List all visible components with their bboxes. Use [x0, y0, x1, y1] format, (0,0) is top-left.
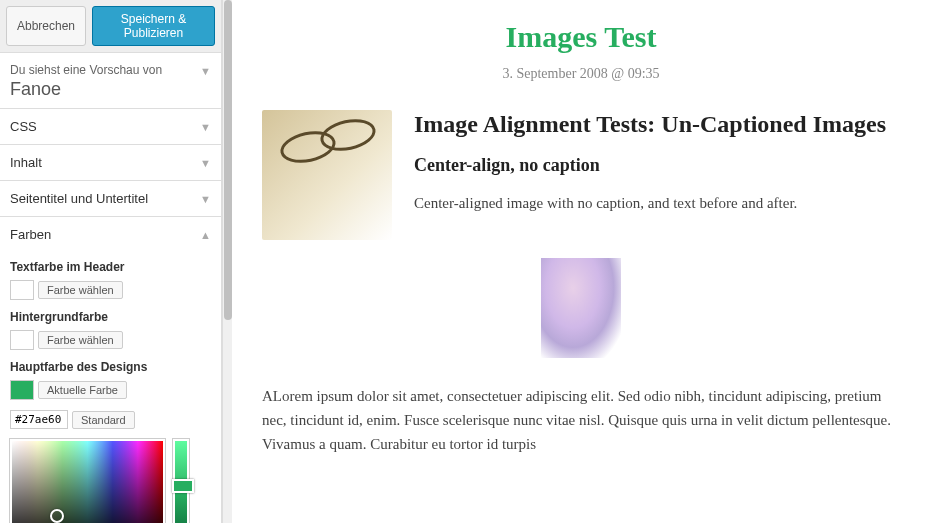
header-text-color-label: Textfarbe im Header: [10, 260, 211, 274]
farben-panel: Textfarbe im Header Farbe wählen Hinterg…: [0, 252, 221, 523]
chevron-down-icon: ▼: [200, 65, 211, 77]
hue-thumb[interactable]: [172, 479, 194, 493]
preview-info[interactable]: Du siehst eine Vorschau von Fanoe ▼: [0, 53, 221, 109]
color-picker-hue[interactable]: [173, 439, 189, 523]
chevron-down-icon: ▼: [200, 121, 211, 133]
sidebar-scrollbar[interactable]: [222, 0, 232, 523]
default-color-button[interactable]: Standard: [72, 411, 135, 429]
accordion-label: Inhalt: [10, 155, 42, 170]
color-picker-saturation[interactable]: [10, 439, 165, 523]
accordion-farben: Farben ▲ Textfarbe im Header Farbe wähle…: [0, 217, 221, 523]
theme-name: Fanoe: [10, 79, 211, 100]
choose-color-button[interactable]: Farbe wählen: [38, 331, 123, 349]
background-color-label: Hintergrundfarbe: [10, 310, 211, 324]
content-column: Image Alignment Tests: Un-Captioned Imag…: [414, 110, 886, 214]
cancel-button[interactable]: Abbrechen: [6, 6, 86, 46]
body-paragraph: ALorem ipsum dolor sit amet, consectetue…: [262, 384, 900, 456]
accordion-label: Farben: [10, 227, 51, 242]
primary-color-label: Hauptfarbe des Designs: [10, 360, 211, 374]
accordion-css: CSS ▼: [0, 109, 221, 145]
accordion-header-inhalt[interactable]: Inhalt ▼: [0, 145, 221, 180]
section-heading: Image Alignment Tests: Un-Captioned Imag…: [414, 110, 886, 139]
color-picker-thumb[interactable]: [50, 509, 64, 523]
intro-text: Center-aligned image with no caption, an…: [414, 192, 886, 215]
color-swatch-current[interactable]: [10, 380, 34, 400]
subsection-heading: Center-align, no caption: [414, 155, 886, 176]
sidebar-header: Abbrechen Speichern & Publizieren: [0, 0, 221, 53]
preview-label: Du siehst eine Vorschau von: [10, 63, 211, 77]
preview-pane: Images Test 3. September 2008 @ 09:35 Im…: [232, 0, 930, 523]
header-text-color-row: Farbe wählen: [10, 280, 211, 300]
primary-color-row: Aktuelle Farbe: [10, 380, 211, 400]
current-color-button[interactable]: Aktuelle Farbe: [38, 381, 127, 399]
chevron-down-icon: ▼: [200, 157, 211, 169]
background-color-row: Farbe wählen: [10, 330, 211, 350]
centered-smoke-image: [541, 258, 621, 358]
choose-color-button[interactable]: Farbe wählen: [38, 281, 123, 299]
accordion-label: CSS: [10, 119, 37, 134]
save-publish-button[interactable]: Speichern & Publizieren: [92, 6, 215, 46]
accordion-header-seitentitel[interactable]: Seitentitel und Untertitel ▼: [0, 181, 221, 216]
post-title: Images Test: [262, 20, 900, 54]
color-swatch[interactable]: [10, 330, 34, 350]
accordion-seitentitel: Seitentitel und Untertitel ▼: [0, 181, 221, 217]
glasses-image: [262, 110, 392, 240]
post-meta: 3. September 2008 @ 09:35: [262, 66, 900, 82]
accordion-header-css[interactable]: CSS ▼: [0, 109, 221, 144]
scrollbar-thumb[interactable]: [224, 0, 232, 320]
accordion-label: Seitentitel und Untertitel: [10, 191, 148, 206]
color-swatch[interactable]: [10, 280, 34, 300]
content-row: Image Alignment Tests: Un-Captioned Imag…: [262, 110, 900, 240]
chevron-up-icon: ▲: [200, 229, 211, 241]
accordion-inhalt: Inhalt ▼: [0, 145, 221, 181]
accordion-header-farben[interactable]: Farben ▲: [0, 217, 221, 252]
primary-color-hex-row: Standard: [10, 410, 211, 429]
color-picker: [10, 439, 211, 523]
hex-input[interactable]: [10, 410, 68, 429]
chevron-down-icon: ▼: [200, 193, 211, 205]
customizer-sidebar: Abbrechen Speichern & Publizieren Du sie…: [0, 0, 222, 523]
